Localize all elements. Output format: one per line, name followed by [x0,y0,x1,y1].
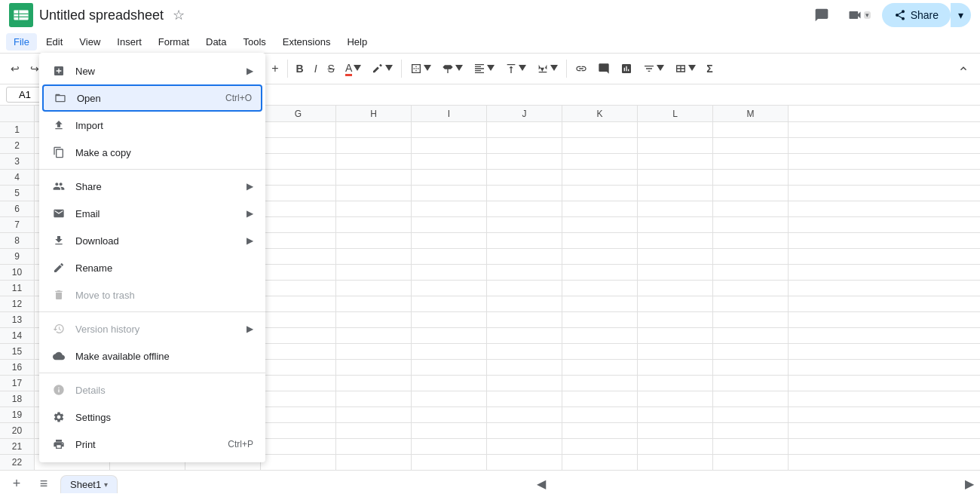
scroll-right-button[interactable]: ▶ [965,477,974,491]
cell-L22[interactable] [638,455,713,470]
bold-button[interactable]: B [292,57,308,81]
menu-file[interactable]: File [6,33,37,51]
cell-J8[interactable] [487,233,562,248]
cell-J19[interactable] [487,407,562,422]
cell-I15[interactable] [412,344,487,359]
cell-M6[interactable] [713,201,789,216]
cell-M1[interactable] [713,122,789,137]
menu-help[interactable]: Help [339,33,375,51]
cell-H3[interactable] [336,154,412,169]
menu-view[interactable]: View [72,33,108,51]
cell-H21[interactable] [336,439,412,454]
cell-I5[interactable] [412,186,487,201]
cell-G14[interactable] [261,328,336,343]
cell-G2[interactable] [261,138,336,153]
cell-M12[interactable] [713,296,789,311]
cell-I11[interactable] [412,281,487,296]
cell-G11[interactable] [261,281,336,296]
cell-J1[interactable] [487,122,562,137]
cell-I9[interactable] [412,249,487,264]
star-icon[interactable]: ☆ [173,7,185,23]
menu-item-rename[interactable]: Rename [39,254,265,281]
menu-item-versionhistory[interactable]: Version history ▶ [39,315,265,342]
menu-insert[interactable]: Insert [109,33,149,51]
cell-K22[interactable] [562,455,638,470]
strikethrough-button[interactable]: S [323,57,339,81]
cell-L16[interactable] [638,360,713,375]
cell-M16[interactable] [713,360,789,375]
cell-H14[interactable] [336,328,412,343]
cell-I20[interactable] [412,423,487,438]
cell-I22[interactable] [412,455,487,470]
col-header-j[interactable]: J [487,106,562,121]
insert-comment-button[interactable] [593,57,614,81]
cell-G19[interactable] [261,407,336,422]
cell-H12[interactable] [336,296,412,311]
cell-M7[interactable] [713,217,789,232]
cell-L17[interactable] [638,376,713,391]
cell-M15[interactable] [713,344,789,359]
cell-K15[interactable] [562,344,638,359]
text-rotation-button[interactable] [532,57,562,81]
cell-G1[interactable] [261,122,336,137]
cell-K1[interactable] [562,122,638,137]
cell-L2[interactable] [638,138,713,153]
cell-I6[interactable] [412,201,487,216]
cell-L7[interactable] [638,217,713,232]
cell-L6[interactable] [638,201,713,216]
cell-J18[interactable] [487,391,562,406]
cell-J16[interactable] [487,360,562,375]
cell-M13[interactable] [713,312,789,327]
cell-M21[interactable] [713,439,789,454]
cell-M5[interactable] [713,186,789,201]
filter-button[interactable] [639,57,669,81]
cell-H2[interactable] [336,138,412,153]
cell-I17[interactable] [412,376,487,391]
col-header-k[interactable]: K [562,106,638,121]
cell-I10[interactable] [412,265,487,280]
col-header-m[interactable]: M [713,106,789,121]
text-color-button[interactable]: A [341,57,366,81]
menu-tools[interactable]: Tools [235,33,273,51]
share-button[interactable]: Share [882,3,951,27]
cell-L14[interactable] [638,328,713,343]
cell-H1[interactable] [336,122,412,137]
col-header-i[interactable]: I [412,106,487,121]
cell-L4[interactable] [638,170,713,185]
cell-L11[interactable] [638,281,713,296]
borders-button[interactable] [406,57,436,81]
cell-H18[interactable] [336,391,412,406]
cell-M20[interactable] [713,423,789,438]
menu-item-settings[interactable]: Settings [39,403,265,431]
cell-I19[interactable] [412,407,487,422]
cell-G18[interactable] [261,391,336,406]
cell-L21[interactable] [638,439,713,454]
doc-title[interactable]: Untitled spreadsheet [39,8,164,23]
cell-K7[interactable] [562,217,638,232]
cell-I7[interactable] [412,217,487,232]
cell-K18[interactable] [562,391,638,406]
cell-J15[interactable] [487,344,562,359]
menu-item-print[interactable]: Print Ctrl+P [39,431,265,458]
menu-extensions[interactable]: Extensions [275,33,338,51]
cell-J22[interactable] [487,455,562,470]
cell-G17[interactable] [261,376,336,391]
cell-G4[interactable] [261,170,336,185]
menu-item-email[interactable]: Email ▶ [39,200,265,227]
cell-G20[interactable] [261,423,336,438]
cell-I8[interactable] [412,233,487,248]
cell-K12[interactable] [562,296,638,311]
cell-K5[interactable] [562,186,638,201]
cell-K6[interactable] [562,201,638,216]
cell-H13[interactable] [336,312,412,327]
cell-M19[interactable] [713,407,789,422]
menu-data[interactable]: Data [198,33,234,51]
cell-H5[interactable] [336,186,412,201]
col-header-g[interactable]: G [261,106,336,121]
cell-L8[interactable] [638,233,713,248]
cell-H22[interactable] [336,455,412,470]
insert-chart-button[interactable] [616,57,637,81]
cell-L15[interactable] [638,344,713,359]
sheet-tab-1[interactable]: Sheet1 ▾ [60,475,118,493]
cell-M9[interactable] [713,249,789,264]
